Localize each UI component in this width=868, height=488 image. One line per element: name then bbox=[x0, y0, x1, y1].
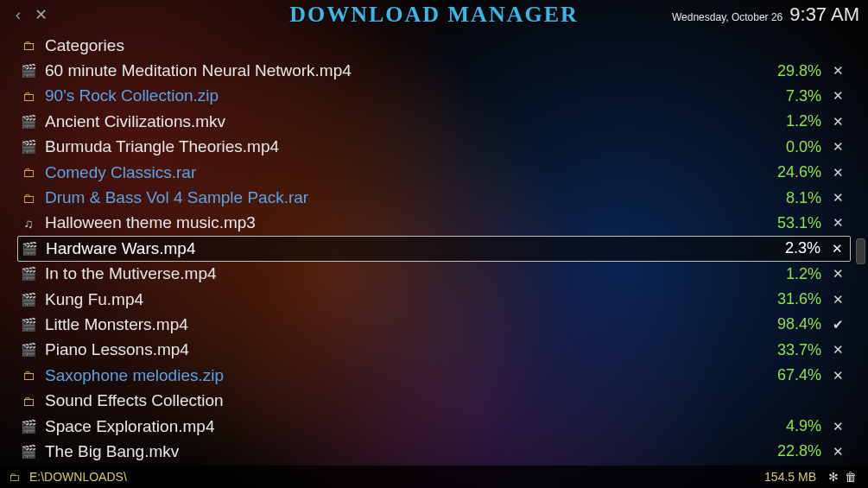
download-percent: 98.4% bbox=[768, 315, 821, 333]
cancel-button[interactable]: ✕ bbox=[830, 368, 846, 383]
download-name: Saxophone melodies.zip bbox=[38, 366, 768, 385]
video-icon: 🎬 bbox=[19, 63, 38, 79]
archive-icon: 🗀 bbox=[19, 165, 38, 180]
cancel-button[interactable]: ✕ bbox=[830, 342, 846, 358]
video-icon: 🎬 bbox=[19, 139, 38, 155]
gear-icon: ✻ bbox=[828, 470, 839, 484]
download-percent: 0.0% bbox=[768, 138, 821, 156]
video-icon: 🎬 bbox=[19, 292, 38, 307]
cancel-button[interactable]: ✕ bbox=[830, 266, 846, 282]
download-row[interactable]: 🗀Saxophone melodies.zip67.4%✕ bbox=[17, 363, 851, 388]
download-name: Little Monsters.mp4 bbox=[38, 315, 768, 334]
download-row[interactable]: 🎬Ancient Civilizations.mkv1.2%✕ bbox=[17, 109, 851, 134]
video-icon: 🎬 bbox=[19, 342, 38, 358]
video-icon: 🎬 bbox=[19, 114, 38, 130]
archive-icon: 🗀 bbox=[19, 89, 38, 104]
download-row[interactable]: 🗀Sound Effects Collection bbox=[17, 388, 851, 413]
download-name: 90's Rock Collection.zip bbox=[38, 86, 768, 105]
download-name: Sound Effects Collection bbox=[38, 391, 768, 410]
download-name: Drum & Bass Vol 4 Sample Pack.rar bbox=[38, 188, 768, 207]
folder-icon: 🗀 bbox=[19, 38, 38, 53]
video-icon: 🎬 bbox=[19, 444, 38, 459]
time-label: 9:37 AM bbox=[789, 3, 859, 26]
archive-icon: 🗀 bbox=[19, 368, 38, 383]
download-name: Ancient Civilizations.mkv bbox=[38, 112, 768, 131]
cancel-button[interactable]: ✕ bbox=[830, 215, 846, 231]
download-row[interactable]: 🗀Comedy Classics.rar24.6%✕ bbox=[17, 160, 851, 185]
footer-bar: 🗀 E:\DOWNLOADS\ 154.5 MB ✻ 🗑 bbox=[0, 466, 868, 488]
cancel-button[interactable]: ✕ bbox=[830, 114, 846, 130]
download-row[interactable]: 🗀90's Rock Collection.zip7.3%✕ bbox=[17, 84, 851, 109]
download-row[interactable]: 🎬Piano Lessons.mp433.7%✕ bbox=[17, 338, 851, 363]
video-icon: 🎬 bbox=[19, 266, 38, 282]
audio-icon: ♫ bbox=[19, 216, 38, 231]
folder-icon: 🗀 bbox=[9, 471, 26, 484]
download-name: Kung Fu.mp4 bbox=[38, 290, 768, 309]
footer-size: 154.5 MB bbox=[764, 470, 816, 484]
cancel-button[interactable]: ✕ bbox=[830, 444, 846, 459]
download-row[interactable]: 🎬Space Exploration.mp44.9%✕ bbox=[17, 414, 851, 439]
download-name: 60 minute Meditation Neural Network.mp4 bbox=[38, 61, 768, 80]
download-name: Burmuda Triangle Theories.mp4 bbox=[38, 137, 768, 156]
download-percent: 22.8% bbox=[768, 442, 821, 460]
download-row[interactable]: 🎬Hardware Wars.mp42.3%✕ bbox=[17, 236, 851, 261]
download-percent: 33.7% bbox=[768, 341, 821, 359]
download-name: Space Exploration.mp4 bbox=[38, 417, 768, 436]
download-percent: 67.4% bbox=[768, 366, 821, 384]
video-icon: 🎬 bbox=[19, 419, 38, 434]
video-icon: 🎬 bbox=[20, 241, 39, 257]
clock: Wednesday, October 26 9:37 AM bbox=[672, 3, 859, 26]
video-icon: 🎬 bbox=[19, 317, 38, 333]
cancel-button[interactable]: ✕ bbox=[830, 419, 846, 434]
download-row[interactable]: 🎬Kung Fu.mp431.6%✕ bbox=[17, 287, 851, 312]
download-name: In to the Mutiverse.mp4 bbox=[38, 264, 768, 283]
download-percent: 1.2% bbox=[768, 112, 821, 130]
download-percent: 4.9% bbox=[768, 417, 821, 435]
download-row[interactable]: 🎬60 minute Meditation Neural Network.mp4… bbox=[17, 58, 851, 83]
download-name: The Big Bang.mkv bbox=[38, 442, 768, 461]
cancel-button[interactable]: ✕ bbox=[830, 165, 846, 181]
delete-button[interactable]: 🗑 bbox=[842, 470, 859, 484]
categories-label: Categories bbox=[38, 36, 768, 55]
categories-row[interactable]: 🗀 Categories bbox=[17, 33, 851, 58]
download-name: Hardware Wars.mp4 bbox=[39, 239, 767, 258]
download-percent: 2.3% bbox=[767, 239, 820, 257]
download-list: 🗀 Categories 🎬60 minute Meditation Neura… bbox=[0, 29, 868, 466]
trash-icon: 🗑 bbox=[845, 470, 857, 484]
cancel-button[interactable]: ✕ bbox=[830, 292, 846, 307]
download-percent: 53.1% bbox=[768, 214, 821, 232]
folder-icon: 🗀 bbox=[19, 394, 38, 409]
download-percent: 1.2% bbox=[768, 265, 821, 283]
download-percent: 24.6% bbox=[768, 163, 821, 181]
cancel-button[interactable]: ✕ bbox=[830, 139, 846, 155]
download-name: Halloween theme music.mp3 bbox=[38, 213, 768, 232]
cancel-button[interactable]: ✕ bbox=[830, 63, 846, 79]
download-percent: 8.1% bbox=[768, 189, 821, 207]
download-name: Piano Lessons.mp4 bbox=[38, 340, 768, 359]
download-percent: 31.6% bbox=[768, 290, 821, 308]
date-label: Wednesday, October 26 bbox=[672, 11, 782, 23]
archive-icon: 🗀 bbox=[19, 191, 38, 206]
cancel-button[interactable]: ✕ bbox=[830, 88, 846, 104]
download-row[interactable]: 🎬Little Monsters.mp498.4%✔ bbox=[17, 312, 851, 337]
download-row[interactable]: 🎬Burmuda Triangle Theories.mp40.0%✕ bbox=[17, 135, 851, 160]
done-indicator[interactable]: ✔ bbox=[830, 317, 846, 333]
header-bar: ‹ ✕ DOWNLOAD MANAGER Wednesday, October … bbox=[0, 0, 868, 29]
download-row[interactable]: ♫Halloween theme music.mp353.1%✕ bbox=[17, 211, 851, 236]
download-percent: 29.8% bbox=[768, 62, 821, 80]
download-row[interactable]: 🎬The Big Bang.mkv22.8%✕ bbox=[17, 439, 851, 464]
close-button[interactable]: ✕ bbox=[31, 5, 50, 24]
download-row[interactable]: 🗀Drum & Bass Vol 4 Sample Pack.rar8.1%✕ bbox=[17, 185, 851, 210]
cancel-button[interactable]: ✕ bbox=[830, 190, 846, 206]
back-button[interactable]: ‹ bbox=[9, 5, 28, 24]
download-row[interactable]: 🎬In to the Mutiverse.mp41.2%✕ bbox=[17, 262, 851, 287]
cancel-button[interactable]: ✕ bbox=[829, 241, 845, 257]
download-name: Comedy Classics.rar bbox=[38, 163, 768, 182]
footer-path: E:\DOWNLOADS\ bbox=[26, 470, 764, 484]
scrollbar-thumb[interactable] bbox=[856, 238, 865, 264]
settings-button[interactable]: ✻ bbox=[825, 470, 842, 484]
download-percent: 7.3% bbox=[768, 87, 821, 105]
